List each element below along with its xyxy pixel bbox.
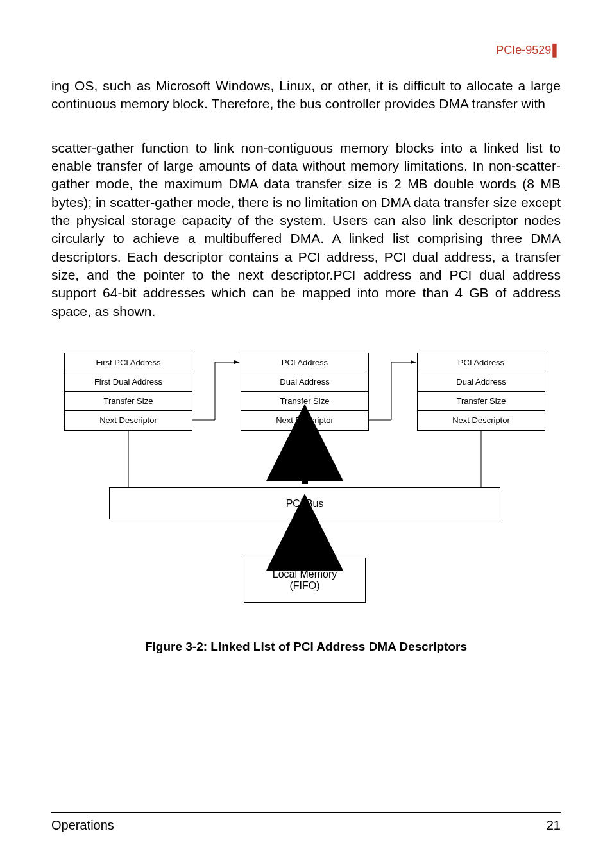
block3-row2: Dual Address <box>418 372 545 392</box>
block1-row1: First PCI Address <box>65 353 192 372</box>
footer-section: Operations <box>51 818 114 833</box>
header-bar-icon: ▌ <box>551 44 561 56</box>
block1-row4: Next Descriptor <box>65 411 192 430</box>
page-footer: Operations 21 <box>51 812 561 833</box>
local-mem-line2: (FIFO) <box>244 580 365 592</box>
paragraph-2: scatter-gather function to link non-cont… <box>51 139 561 321</box>
header-product-label: PCIe-9529▌ <box>496 44 561 57</box>
block2-row4: Next Descriptor <box>241 411 368 430</box>
block2-row2: Dual Address <box>241 372 368 392</box>
descriptor-block-1: First PCI Address First Dual Address Tra… <box>64 353 192 431</box>
block1-row2: First Dual Address <box>65 372 192 392</box>
dma-diagram: First PCI Address First Dual Address Tra… <box>51 353 561 628</box>
block3-row4: Next Descriptor <box>418 411 545 430</box>
footer-page-number: 21 <box>547 818 561 833</box>
block2-row3: Transfer Size <box>241 392 368 411</box>
descriptor-block-3: PCI Address Dual Address Transfer Size N… <box>417 353 545 431</box>
pci-bus-box: PCI Bus <box>109 487 500 519</box>
local-memory-box: Local Memory (FIFO) <box>244 558 366 603</box>
block1-row3: Transfer Size <box>65 392 192 411</box>
product-name: PCIe-9529 <box>496 44 551 56</box>
descriptor-block-2: PCI Address Dual Address Transfer Size N… <box>241 353 369 431</box>
local-mem-line1: Local Memory <box>244 569 365 580</box>
pci-bus-label: PCI Bus <box>286 498 324 509</box>
block3-row1: PCI Address <box>418 353 545 372</box>
figure-caption: Figure 3-2: Linked List of PCI Address D… <box>51 640 561 654</box>
block3-row3: Transfer Size <box>418 392 545 411</box>
block2-row1: PCI Address <box>241 353 368 372</box>
paragraph-1: ing OS, such as Microsoft Windows, Linux… <box>51 77 561 113</box>
